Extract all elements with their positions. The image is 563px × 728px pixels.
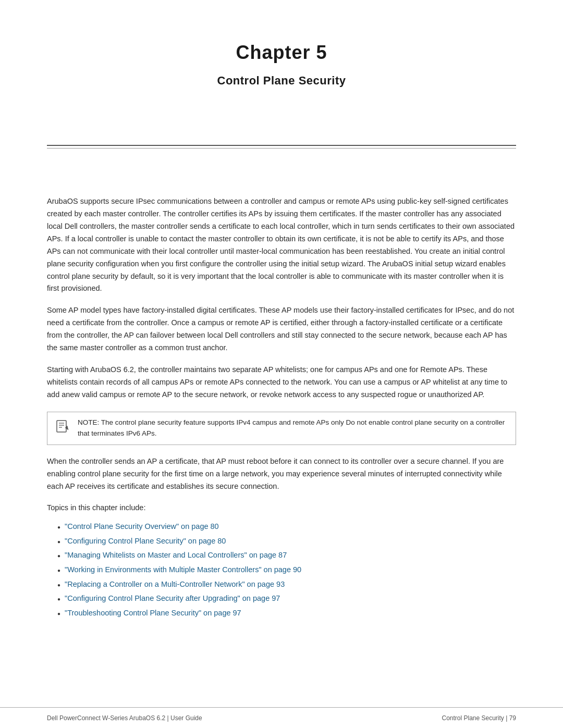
- list-item: "Control Plane Security Overview" on pag…: [57, 520, 516, 534]
- note-box: NOTE: The control plane security feature…: [47, 412, 516, 445]
- topics-intro: Topics in this chapter include:: [47, 502, 516, 514]
- topic-link-3[interactable]: "Working in Environments with Multiple M…: [65, 563, 301, 577]
- topic-link-2[interactable]: "Managing Whitelists on Master and Local…: [65, 548, 287, 563]
- footer: Dell PowerConnect W-Series ArubaOS 6.2 |…: [0, 707, 563, 728]
- paragraph-3: Starting with ArubaOS 6.2, the controlle…: [47, 364, 516, 401]
- topic-link-1[interactable]: "Configuring Control Plane Security" on …: [65, 534, 226, 549]
- list-item: "Managing Whitelists on Master and Local…: [57, 548, 516, 563]
- list-item: "Replacing a Controller on a Multi-Contr…: [57, 577, 516, 592]
- paragraph-2: Some AP model types have factory-install…: [47, 304, 516, 354]
- paragraph-1: ArubaOS supports secure IPsec communicat…: [47, 195, 516, 295]
- after-note-paragraph: When the controller sends an AP a certif…: [47, 455, 516, 493]
- footer-right-text: Control Plane Security | 79: [442, 714, 516, 722]
- list-item: "Configuring Control Plane Security" on …: [57, 534, 516, 549]
- list-item: "Troubleshooting Control Plane Security"…: [57, 606, 516, 621]
- chapter-title: Chapter 5: [47, 21, 516, 69]
- content-area: Chapter 5 Control Plane Security: [0, 0, 563, 140]
- note-icon: [56, 418, 70, 433]
- topic-link-6[interactable]: "Troubleshooting Control Plane Security"…: [65, 606, 241, 621]
- list-item: "Configuring Control Plane Security afte…: [57, 591, 516, 606]
- page-container: Chapter 5 Control Plane Security ArubaOS…: [0, 0, 563, 728]
- topic-link-0[interactable]: "Control Plane Security Overview" on pag…: [65, 520, 219, 534]
- footer-left-text: Dell PowerConnect W-Series ArubaOS 6.2 |…: [47, 714, 202, 722]
- topic-link-4[interactable]: "Replacing a Controller on a Multi-Contr…: [65, 577, 285, 592]
- note-text: NOTE: The control plane security feature…: [78, 417, 507, 439]
- svg-rect-0: [57, 421, 66, 432]
- topics-list: "Control Plane Security Overview" on pag…: [57, 520, 516, 620]
- topic-link-5[interactable]: "Configuring Control Plane Security afte…: [65, 591, 280, 606]
- main-content: ArubaOS supports secure IPsec communicat…: [0, 149, 563, 672]
- section-title: Control Plane Security: [47, 69, 516, 98]
- top-rule: [47, 145, 516, 146]
- list-item: "Working in Environments with Multiple M…: [57, 563, 516, 577]
